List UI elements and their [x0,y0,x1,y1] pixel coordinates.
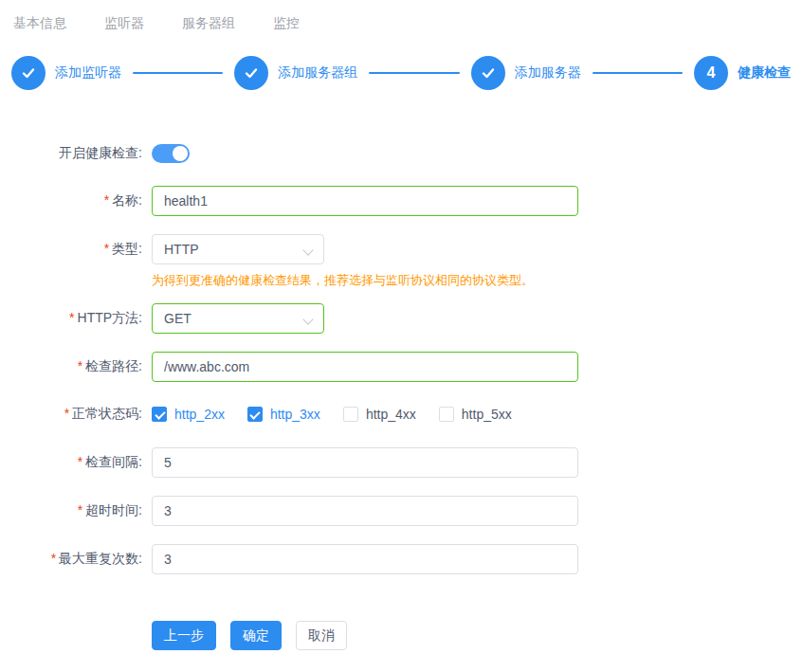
status-codes-row: *正常状态码: http_2xx http_3xx http_4xx http_… [0,406,803,423]
check-icon [21,65,36,81]
wizard-stepper: 添加监听器 添加服务器组 添加服务器 4 健康检查 [11,56,791,90]
status-codes-label: *正常状态码: [0,406,142,423]
step-number: 4 [707,64,716,82]
checkbox-checked-icon [247,407,263,422]
enable-health-check-label: 开启健康检查: [0,145,142,162]
name-row: *名称: [0,186,803,216]
interval-row: *检查间隔: [0,447,803,478]
timeout-input[interactable] [152,496,578,526]
confirm-button[interactable]: 确定 [230,621,282,650]
required-mark: * [64,406,69,421]
required-mark: * [69,310,74,325]
step-label: 健康检查 [738,64,791,82]
http-method-label: *HTTP方法: [0,310,142,327]
http-method-row: *HTTP方法: GET [0,303,803,334]
required-mark: * [78,358,82,373]
toggle-knob [173,146,188,161]
step-done-circle [234,56,268,90]
step-label: 添加服务器组 [278,64,357,82]
status-codes-group: http_2xx http_3xx http_4xx http_5xx [152,407,512,422]
tab-monitoring[interactable]: 监控 [273,13,300,32]
step-connector [369,72,459,74]
max-retries-row: *最大重复次数: [0,544,803,574]
step-add-server-group: 添加服务器组 [234,56,357,90]
required-mark: * [78,502,82,518]
chevron-down-icon [304,316,313,324]
timeout-label: *超时时间: [0,502,142,519]
step-label: 添加服务器 [515,64,581,82]
required-mark: * [104,192,109,208]
step-label: 添加监听器 [55,64,121,82]
type-hint-text: 为得到更准确的健康检查结果，推荐选择与监听协议相同的协议类型。 [152,272,803,289]
top-tab-bar: 基本信息 监听器 服务器组 监控 [0,0,803,32]
checkbox-unchecked-icon [439,407,454,422]
checkbox-http-3xx[interactable]: http_3xx [247,407,320,422]
interval-input[interactable] [152,447,578,478]
enable-health-check-toggle[interactable] [152,144,190,163]
chevron-down-icon [304,246,313,255]
form-footer: 上一步 确定 取消 [152,621,803,650]
checkbox-http-4xx[interactable]: http_4xx [343,407,416,422]
check-path-input[interactable] [152,352,578,382]
step-connector [133,72,223,74]
step-current-circle: 4 [694,56,728,90]
checkbox-label: http_5xx [462,407,512,422]
step-add-server: 添加服务器 [471,56,581,90]
name-input[interactable] [152,186,578,216]
step-connector [593,72,683,74]
previous-step-button[interactable]: 上一步 [152,621,216,650]
enable-health-check-row: 开启健康检查: [0,144,803,163]
http-method-select-value: GET [164,311,192,326]
type-select-value: HTTP [164,242,199,257]
check-icon [481,65,496,81]
health-check-form: 开启健康检查: *名称: *类型: HTTP 为得到更准确的健康检查结果，推荐选… [0,144,803,650]
step-add-listener: 添加监听器 [11,56,121,90]
checkbox-http-2xx[interactable]: http_2xx [152,407,225,422]
step-health-check: 4 健康检查 [694,56,791,90]
step-done-circle [11,56,46,90]
max-retries-input[interactable] [152,544,578,574]
step-done-circle [471,56,505,90]
checkbox-label: http_2xx [174,407,225,422]
required-mark: * [78,454,82,469]
required-mark: * [104,241,109,256]
type-select[interactable]: HTTP [152,234,324,264]
tab-listener[interactable]: 监听器 [104,13,144,32]
cancel-button[interactable]: 取消 [296,621,347,650]
type-row: *类型: HTTP [0,234,803,264]
check-path-label: *检查路径: [0,358,142,375]
type-label: *类型: [0,241,142,258]
checkbox-label: http_3xx [270,407,320,422]
timeout-row: *超时时间: [0,496,803,526]
name-label: *名称: [0,192,142,209]
tab-basic-info[interactable]: 基本信息 [13,13,66,32]
max-retries-label: *最大重复次数: [0,551,142,568]
checkbox-label: http_4xx [366,407,416,422]
checkbox-http-5xx[interactable]: http_5xx [439,407,512,422]
http-method-select[interactable]: GET [152,303,324,334]
checkbox-checked-icon [152,407,167,422]
check-path-row: *检查路径: [0,352,803,382]
checkbox-unchecked-icon [343,407,358,422]
check-icon [244,65,259,81]
interval-label: *检查间隔: [0,454,142,471]
required-mark: * [51,551,56,566]
tab-server-group[interactable]: 服务器组 [182,13,235,32]
